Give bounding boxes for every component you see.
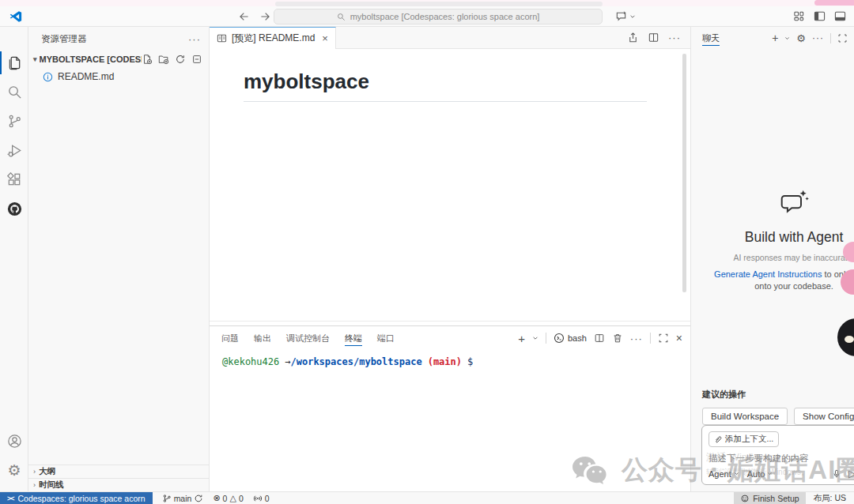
forward-button[interactable] [261, 11, 272, 22]
tab-readme-preview[interactable]: [预览] README.md × [210, 27, 336, 49]
build-workspace-button[interactable]: Build Workspace [702, 408, 788, 425]
browser-edge-strip [0, 0, 854, 6]
remote-indicator[interactable]: >< Codespaces: glorious space acorn [0, 492, 153, 504]
expand-chat-icon[interactable] [837, 33, 848, 43]
branch-indicator[interactable]: main [162, 494, 204, 503]
new-folder-icon[interactable] [158, 54, 169, 65]
copilot-menu[interactable] [615, 10, 636, 22]
finish-setup-button[interactable]: Finish Setup [734, 492, 805, 504]
refresh-icon[interactable] [175, 54, 186, 65]
problems-indicator[interactable]: ⊗ 0 △ 0 [213, 493, 243, 503]
terminal-path: /workspaces/myboltspace [290, 356, 421, 367]
chat-settings-icon[interactable]: ⚙ [796, 32, 806, 44]
new-chat-button[interactable]: + [772, 32, 778, 44]
sidebar-title: 资源管理器 [41, 33, 87, 45]
close-panel-icon[interactable]: × [676, 332, 682, 344]
tab-problems[interactable]: 问题 [221, 326, 239, 350]
panel-splitter[interactable] [210, 321, 690, 322]
chevron-down-icon [734, 471, 739, 476]
activity-extensions[interactable] [0, 165, 28, 194]
onboard-line2: onto your codebase. [754, 281, 833, 291]
bash-label: bash [568, 333, 587, 343]
title-bar: myboltspace [Codespaces: glorious space … [0, 6, 854, 27]
back-button[interactable] [237, 11, 248, 22]
chat-welcome: Build with Agent AI responses may be ina… [691, 188, 854, 292]
model-picker-auto[interactable]: Auto [747, 469, 773, 479]
settings-button[interactable]: ⚙ [0, 456, 28, 485]
remote-label: Codespaces: glorious space acorn [18, 494, 145, 503]
bash-icon [554, 333, 565, 344]
activity-explorer[interactable] [0, 48, 28, 77]
panel-more-actions[interactable]: ··· [630, 333, 643, 344]
new-file-icon[interactable] [142, 54, 153, 65]
tab-terminal[interactable]: 终端 [345, 326, 362, 350]
command-center-search[interactable]: myboltspace [Codespaces: glorious space … [274, 9, 603, 24]
open-source-icon[interactable] [627, 32, 639, 43]
chat-more-actions[interactable]: ··· [812, 32, 824, 43]
collapse-all-icon[interactable] [191, 54, 202, 65]
gear-icon: ⚙ [7, 463, 21, 478]
accounts-button[interactable] [0, 427, 28, 456]
maximize-panel-icon[interactable] [658, 333, 669, 344]
outline-section[interactable]: › 大纲 [28, 465, 209, 478]
send-button[interactable]: ▷ [848, 468, 854, 480]
tab-debug-console[interactable]: 调试控制台 [286, 326, 330, 350]
markdown-file-icon [43, 72, 53, 82]
timeline-section[interactable]: › 时间线 [28, 478, 209, 491]
mode-picker-agent[interactable]: Agent [709, 469, 739, 479]
divider [830, 33, 831, 43]
editor-more-actions[interactable]: ··· [668, 32, 681, 43]
ports-icon [253, 494, 263, 503]
chat-input-box[interactable]: 添加上下文... 描述下一步要构建的内容 Agent Auto ▷ [701, 425, 854, 485]
editor-scrollbar[interactable] [682, 54, 686, 292]
activity-run-debug[interactable] [0, 136, 28, 165]
new-terminal-button[interactable]: + [518, 332, 525, 345]
chevron-down-icon[interactable] [532, 335, 538, 341]
command-center-text: myboltspace [Codespaces: glorious space … [350, 12, 540, 21]
terminal-content[interactable]: @kekohu426→/workspaces/myboltspace(main)… [210, 350, 690, 367]
divider [650, 333, 651, 344]
error-icon: ⊗ [213, 493, 220, 503]
activity-source-control[interactable] [0, 107, 28, 136]
keyboard-layout-indicator[interactable]: 布局: US [806, 493, 854, 504]
terminal-instance-bash[interactable]: bash [554, 333, 587, 344]
error-count: 0 [223, 494, 228, 503]
customize-layout-icon[interactable] [793, 10, 805, 22]
copilot-chat-icon [615, 10, 627, 22]
ports-indicator[interactable]: 0 [253, 494, 270, 503]
terminal-user: @kekohu426 [222, 356, 279, 367]
add-context-chip[interactable]: 添加上下文... [709, 431, 779, 447]
activity-github[interactable] [0, 194, 28, 224]
workspace-section-label: MYBOLTSPACE [CODESPACES: ... [40, 55, 142, 64]
microphone-icon[interactable] [832, 469, 841, 479]
toggle-panel-icon[interactable] [834, 10, 846, 22]
chevron-down-icon [767, 471, 773, 476]
tab-ports[interactable]: 端口 [377, 326, 395, 350]
chevron-down-icon [629, 13, 636, 20]
tab-output[interactable]: 输出 [254, 326, 271, 350]
generate-instructions-link[interactable]: Generate Agent Instructions [714, 269, 822, 279]
tab-label: [预览] README.md [232, 32, 315, 45]
chevron-down-icon[interactable] [784, 36, 790, 41]
activity-search[interactable] [0, 77, 28, 107]
activity-bar: ⚙ [0, 27, 28, 491]
file-item-readme[interactable]: README.md [28, 68, 209, 85]
warning-icon: △ [229, 493, 236, 503]
outline-label: 大纲 [39, 466, 55, 477]
browser-pink-remnant [814, 0, 854, 6]
split-editor-icon[interactable] [648, 32, 659, 43]
branch-icon [162, 494, 172, 503]
tab-close-icon[interactable]: × [322, 32, 328, 44]
finish-setup-label: Finish Setup [753, 494, 799, 503]
terminal-prompt-char: $ [467, 356, 473, 367]
toggle-sidebar-icon[interactable] [814, 10, 826, 22]
github-icon [6, 201, 23, 217]
split-terminal-icon[interactable] [594, 333, 605, 344]
chat-sparkle-icon [778, 188, 810, 216]
show-config-button[interactable]: Show Config [794, 408, 854, 425]
mode-label: Agent [709, 469, 731, 479]
kill-terminal-icon[interactable] [612, 333, 623, 344]
explorer-section-header[interactable]: ▾ MYBOLTSPACE [CODESPACES: ... [28, 51, 209, 68]
chat-tab[interactable]: 聊天 [702, 27, 720, 49]
sidebar-more-actions[interactable]: ··· [188, 33, 201, 45]
